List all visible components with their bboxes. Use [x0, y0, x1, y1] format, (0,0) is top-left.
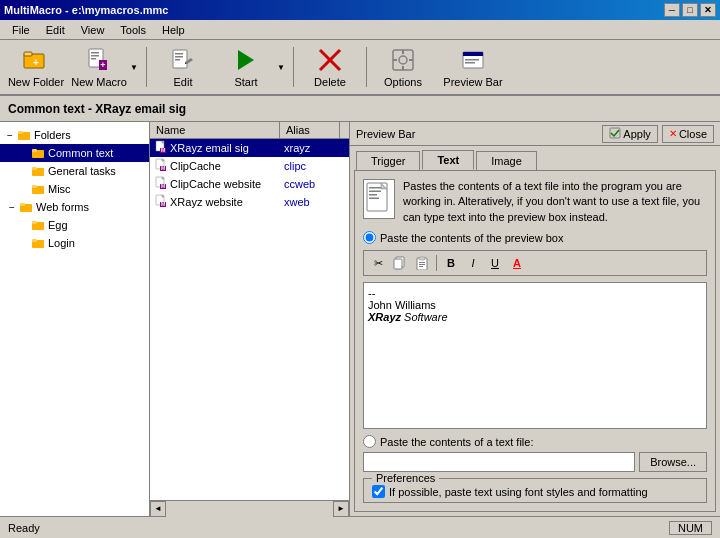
text-editor[interactable]: -- John Williams XRayz Software — [363, 282, 707, 429]
tab-trigger[interactable]: Trigger — [356, 151, 420, 170]
tree-item-common-text[interactable]: Common text — [0, 144, 149, 162]
status-bar: Ready NUM — [0, 516, 720, 538]
preferences-label: Preferences — [372, 472, 439, 484]
menu-file[interactable]: File — [4, 22, 38, 38]
close-button[interactable]: ✕ — [700, 3, 716, 17]
list-item[interactable]: M XRayz email sig xrayz — [150, 139, 349, 157]
mini-toolbar: ✂ B — [363, 250, 707, 276]
svg-text:+: + — [33, 57, 39, 68]
menu-tools[interactable]: Tools — [112, 22, 154, 38]
svg-rect-35 — [32, 185, 37, 188]
list-item-name: XRayz email sig — [170, 142, 249, 154]
folder-tree: − Folders Common text — [0, 122, 150, 516]
underline-button[interactable]: U — [485, 253, 505, 273]
name-column-header[interactable]: Name — [150, 122, 280, 138]
preview-bar-button[interactable]: Preview Bar — [437, 44, 509, 90]
paste-button[interactable] — [412, 253, 432, 273]
radio-preview-box[interactable] — [363, 231, 376, 244]
scroll-track[interactable] — [166, 501, 333, 517]
options-button[interactable]: Options — [373, 44, 433, 90]
list-scrollbar[interactable]: ◄ ► — [150, 500, 349, 516]
italic-button[interactable]: I — [463, 253, 483, 273]
radio-file-path-text: Paste the contents of a text file: — [380, 436, 533, 448]
macro-icon: M — [154, 176, 168, 192]
breadcrumb: Common text - XRayz email sig — [0, 96, 720, 122]
list-item[interactable]: M ClipCache website ccweb — [150, 175, 349, 193]
new-macro-dropdown-arrow[interactable]: ▼ — [129, 63, 139, 72]
browse-button[interactable]: Browse... — [639, 452, 707, 472]
radio-file-path-label[interactable]: Paste the contents of a text file: — [363, 435, 707, 448]
tree-misc-label: Misc — [48, 183, 71, 195]
new-folder-button[interactable]: + New Folder — [6, 44, 66, 90]
close-button[interactable]: ✕ Close — [662, 125, 714, 143]
radio-file-path[interactable] — [363, 435, 376, 448]
common-text-folder-icon — [30, 145, 46, 161]
file-path-input[interactable] — [363, 452, 635, 472]
file-path-row: Browse... — [363, 452, 707, 472]
right-panel-title: Preview Bar — [356, 128, 415, 140]
svg-rect-12 — [175, 59, 180, 61]
list-item-name-cell: M ClipCache — [154, 158, 284, 174]
start-dropdown-arrow[interactable]: ▼ — [276, 63, 286, 72]
svg-rect-71 — [419, 266, 423, 267]
svg-rect-70 — [419, 264, 425, 265]
tabs-bar: Trigger Text Image — [350, 146, 720, 170]
menu-help[interactable]: Help — [154, 22, 193, 38]
menu-bar: File Edit View Tools Help — [0, 20, 720, 40]
tree-item-egg[interactable]: Egg — [0, 216, 149, 234]
xrayz-text: XRayz — [368, 311, 401, 323]
menu-edit[interactable]: Edit — [38, 22, 73, 38]
toolbar-separator-1 — [146, 47, 147, 87]
list-item[interactable]: M ClipCache clipc — [150, 157, 349, 175]
bold-button[interactable]: B — [441, 253, 461, 273]
list-item[interactable]: M XRayz website xweb — [150, 193, 349, 211]
delete-button[interactable]: Delete — [300, 44, 360, 90]
copy-button[interactable] — [390, 253, 410, 273]
new-macro-label: New Macro — [71, 76, 127, 88]
alias-column-header[interactable]: Alias — [280, 122, 340, 138]
preferences-group: Preferences If possible, paste text usin… — [363, 478, 707, 503]
edit-button[interactable]: Edit — [153, 44, 213, 90]
new-macro-button[interactable]: + New Macro ▼ — [70, 44, 140, 90]
svg-rect-60 — [369, 187, 381, 189]
apply-icon — [609, 127, 621, 141]
radio-preview-box-text: Paste the contents of the preview box — [380, 232, 563, 244]
tab-text[interactable]: Text — [422, 150, 474, 170]
tree-general-tasks-label: General tasks — [48, 165, 116, 177]
login-folder-icon — [30, 235, 46, 251]
list-item-name: ClipCache — [170, 160, 221, 172]
num-indicator: NUM — [669, 521, 712, 535]
svg-rect-4 — [91, 52, 99, 54]
tree-item-login[interactable]: Login — [0, 234, 149, 252]
font-styles-checkbox[interactable] — [372, 485, 385, 498]
options-label: Options — [384, 76, 422, 88]
editor-line3-text: XRayz Software — [368, 311, 448, 323]
tree-item-misc[interactable]: Misc — [0, 180, 149, 198]
tree-common-text-label: Common text — [48, 147, 113, 159]
toolbar: + New Folder + New Macro ▼ — [0, 40, 720, 96]
tree-item-web-forms[interactable]: − Web forms — [0, 198, 149, 216]
start-button[interactable]: Start ▼ — [217, 44, 287, 90]
menu-view[interactable]: View — [73, 22, 113, 38]
tab-image[interactable]: Image — [476, 151, 537, 170]
tree-login-label: Login — [48, 237, 75, 249]
start-label: Start — [234, 76, 257, 88]
radio-preview-box-label[interactable]: Paste the contents of the preview box — [363, 231, 707, 244]
cut-button[interactable]: ✂ — [368, 253, 388, 273]
svg-rect-33 — [32, 167, 37, 170]
tree-item-general-tasks[interactable]: General tasks — [0, 162, 149, 180]
tree-folders-label: Folders — [34, 129, 71, 141]
maximize-button[interactable]: □ — [682, 3, 698, 17]
scroll-right-arrow[interactable]: ► — [333, 501, 349, 517]
macro-icon: M — [154, 140, 168, 156]
editor-line3: XRayz Software — [368, 311, 702, 323]
macros-list: M XRayz email sig xrayz M — [150, 139, 349, 500]
scroll-left-arrow[interactable]: ◄ — [150, 501, 166, 517]
apply-button[interactable]: Apply — [602, 125, 658, 143]
svg-rect-10 — [175, 53, 183, 55]
tree-item-folders[interactable]: − Folders — [0, 126, 149, 144]
title-text: MultiMacro - e:\mymacros.mmc — [4, 4, 168, 16]
minimize-button[interactable]: ─ — [664, 3, 680, 17]
color-button[interactable]: A — [507, 253, 527, 273]
toolbar-separator-2 — [293, 47, 294, 87]
